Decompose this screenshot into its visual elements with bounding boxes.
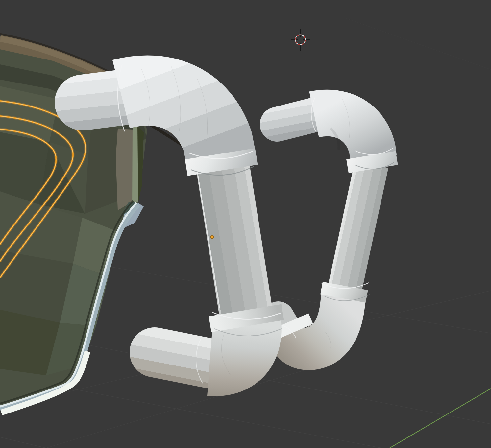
pipe-large-collar-bottom	[245, 310, 248, 326]
blender-window	[0, 0, 491, 448]
pipe-small-collar-top	[371, 155, 373, 169]
viewport-3d[interactable]	[0, 0, 491, 448]
origin-dot[interactable]	[211, 236, 214, 239]
slab-facet	[132, 124, 138, 205]
pipe-large-tube-bottom	[155, 352, 207, 363]
pipe-large-collar-top	[220, 154, 223, 170]
pipe-small-collar-bottom	[343, 286, 345, 298]
pipe-large-tube-vertical	[222, 164, 246, 313]
slab-facet	[116, 129, 134, 210]
